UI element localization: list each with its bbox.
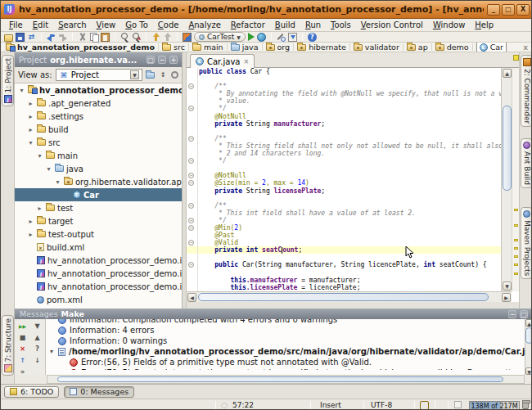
caret-position[interactable]: 57:22 [232, 401, 254, 409]
stripe-tab-mavenprojects[interactable]: Maven Projects [521, 207, 532, 279]
fold-icon[interactable]: − [188, 262, 194, 268]
menu-item-tools[interactable]: Tools [326, 20, 356, 29]
menu-item-analyze[interactable]: Analyze [183, 20, 225, 29]
tree-item-car[interactable]: cCar [15, 188, 182, 201]
code-line[interactable]: − @Valid [187, 239, 501, 246]
stripe-tab-commander[interactable]: 2: Commander [521, 55, 532, 127]
undo-icon[interactable] [47, 33, 56, 42]
tree-arrow-icon[interactable]: ▸ [36, 205, 43, 212]
close-tab-icon[interactable]: × [243, 58, 249, 65]
menu-item-go-to[interactable]: Go To [120, 20, 153, 29]
menu-item-edit[interactable]: Edit [28, 20, 53, 29]
code-line[interactable]: private String manufacturer; [187, 120, 501, 128]
code-line[interactable]: * By annotating the field with @NotNull … [187, 90, 501, 97]
tree-item-test-output[interactable]: ▸test-output [15, 228, 182, 241]
expand-all-icon[interactable]: ▼ [31, 321, 43, 331]
tree-item--apt-generated[interactable]: ▸.apt_generated [15, 97, 182, 110]
breadcrumb-Car[interactable]: cCar [476, 43, 507, 52]
fold-icon[interactable]: − [188, 225, 194, 231]
rerun-icon[interactable]: ▶▶ [16, 321, 29, 331]
tree-arrow-icon[interactable]: ▾ [45, 165, 52, 173]
menu-item-window[interactable]: Window [428, 20, 470, 29]
error-stripe-mark[interactable] [514, 239, 518, 241]
view-mode-select[interactable]: ⌘ Project ▼ [56, 69, 142, 81]
chevron-down-icon[interactable]: ▼ [130, 70, 139, 79]
stop-icon[interactable]: ■ [16, 332, 29, 343]
todo-toolwindow-button[interactable]: 6: TODO [4, 386, 59, 398]
tree-item-java[interactable]: ▾java [15, 162, 182, 175]
tree-item-build[interactable]: ▸build [15, 123, 182, 136]
breadcrumb-java[interactable]: java [231, 43, 259, 52]
menu-item-refactor[interactable]: Refactor [226, 20, 270, 29]
tab-car-java[interactable]: c Car.java × [190, 54, 255, 68]
code-line[interactable]: − */ [187, 157, 501, 164]
message-row[interactable]: ▾/home/morling/hv_annotation_processor_d… [47, 346, 525, 357]
open-icon[interactable] [4, 34, 13, 42]
export-settings-icon[interactable] [288, 33, 297, 42]
run-configuration-select[interactable]: CarTest▼ [194, 32, 246, 42]
tree-item-pom-xml[interactable]: pom.xml [15, 293, 182, 306]
message-row[interactable]: Information: 4 errors [47, 325, 525, 336]
fold-icon[interactable]: − [188, 240, 194, 246]
tree-item-main[interactable]: ▾main [15, 149, 182, 162]
maximize-button[interactable]: □ [502, 4, 515, 16]
menu-item-file[interactable]: File [4, 20, 28, 29]
code-line[interactable]: − @NotNull [187, 172, 501, 179]
tree-arrow-icon[interactable]: ▾ [36, 152, 43, 160]
debug-icon[interactable] [257, 33, 266, 42]
help-icon[interactable]: ? [308, 33, 317, 42]
garbage-collector-icon[interactable] [522, 402, 529, 409]
messages-vertical-scrollbar[interactable]: ▲ ▼ [525, 319, 532, 375]
code-line[interactable]: − /** [187, 202, 501, 210]
settings-icon[interactable] [277, 33, 286, 42]
memory-indicator[interactable]: 138M of 217M [469, 401, 520, 410]
code-line[interactable]: @Past [187, 232, 501, 239]
tree-arrow-icon[interactable]: ▸ [27, 113, 34, 120]
tree-item-test[interactable]: ▸test [15, 201, 182, 214]
error-stripe-mark[interactable] [514, 255, 518, 258]
breadcrumb-hv_annotation_processor_demo[interactable]: hv_annotation_processor_demo [6, 43, 155, 52]
help-icon[interactable]: ? [31, 344, 43, 354]
fold-icon[interactable]: − [188, 203, 194, 209]
code-line[interactable]: − public Car(String manufacturer, String… [187, 261, 501, 268]
error-stripe-mark[interactable] [514, 209, 518, 211]
fold-icon[interactable]: − [188, 136, 194, 142]
breadcrumb-src[interactable]: src [162, 43, 185, 52]
scroll-down-icon[interactable]: ▼ [503, 282, 512, 291]
code-line[interactable]: private int seatCount; [187, 246, 501, 254]
tree-item-target[interactable]: ▸target [15, 214, 182, 228]
code-line[interactable]: public class Car { [187, 68, 501, 75]
menu-item-view[interactable]: View [92, 20, 121, 29]
tree-item--settings[interactable]: ▸.settings [15, 110, 182, 123]
tree-item-src[interactable]: ▾src [15, 136, 182, 149]
redo-icon[interactable] [58, 33, 67, 42]
scroll-right-icon[interactable]: ▶ [502, 293, 511, 302]
breadcrumb-ap[interactable]: ap [407, 43, 428, 52]
copy-icon[interactable] [89, 33, 98, 42]
message-row[interactable]: Error:(56, 5) Fields of a primitive type… [47, 357, 525, 367]
code-line[interactable] [187, 164, 501, 172]
run-icon[interactable] [248, 33, 255, 41]
code-editor[interactable]: public class Car {− /** * By annotating … [187, 68, 501, 291]
tree-arrow-icon[interactable]: ▾ [27, 139, 34, 146]
menu-item-help[interactable]: Help [470, 20, 498, 29]
previous-icon[interactable]: ↑ [16, 355, 29, 366]
editor-vertical-scrollbar[interactable]: ▲ ▼ [501, 68, 512, 291]
fold-icon[interactable]: − [188, 180, 194, 186]
paste-icon[interactable] [101, 33, 110, 42]
gear-icon[interactable] [171, 71, 178, 79]
minimize-window-icon[interactable]: − [508, 310, 516, 318]
insert-mode-indicator[interactable]: Insert [320, 401, 341, 409]
tree-item-org-hibernate-validator-ap-demo[interactable]: ▾org.hibernate.validator.ap.demo [15, 175, 182, 188]
close-icon[interactable]: × [16, 344, 29, 354]
breadcrumb-validator[interactable]: validator [354, 43, 399, 52]
code-line[interactable]: this.licensePlate = licencePlate; [187, 284, 501, 291]
replace-icon[interactable]: A [132, 33, 141, 42]
tree-arrow-icon[interactable]: ▾ [48, 348, 55, 355]
collapse-all-icon[interactable]: ↕ [158, 70, 168, 80]
stripe-tab-structure[interactable]: 7: Structure [2, 315, 14, 376]
tree-item-hv-annotation-processor-demo[interactable]: ▾hv_annotation_processor_demo (/home/ [15, 83, 182, 97]
fold-icon[interactable]: − [188, 218, 194, 223]
menu-item-code[interactable]: Code [153, 20, 184, 29]
error-stripe-mark[interactable] [514, 264, 518, 266]
